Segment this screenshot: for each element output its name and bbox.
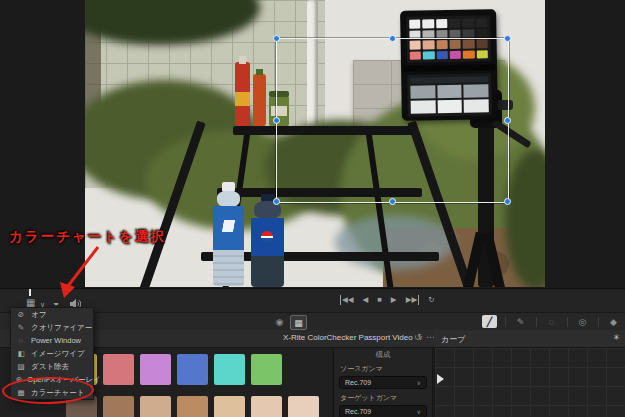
pocari-bottle	[213, 182, 244, 286]
color-match-swatch	[251, 354, 282, 385]
color-match-swatch	[103, 396, 134, 417]
play-reverse-button[interactable]: ◀	[363, 295, 369, 305]
toolbar-separator	[536, 317, 537, 327]
menu-item-off[interactable]: ⊘オフ	[11, 308, 93, 321]
menu-item-label: ダスト除去	[31, 362, 69, 372]
play-button[interactable]: ▶	[391, 295, 397, 305]
target-gamma-dropdown[interactable]: Rec.709∨	[339, 405, 427, 417]
menu-item-power-window[interactable]: ◌Power Window	[11, 334, 93, 347]
selection-handle[interactable]	[389, 35, 396, 42]
chart-patch	[449, 29, 460, 38]
color-match-icon[interactable]: ▦	[290, 315, 307, 330]
chart-type-label: X-Rite ColorChecker Passport Video	[283, 333, 413, 342]
color-match-swatch	[103, 354, 134, 385]
menu-item-label: イメージワイプ	[31, 349, 85, 359]
chart-patch	[436, 30, 447, 39]
menu-item-dust-removal[interactable]: ▨ダスト除去	[11, 360, 93, 373]
selection-box[interactable]	[276, 38, 509, 203]
color-match-swatch	[214, 354, 245, 385]
go-last-button[interactable]: ▶▶	[406, 295, 420, 305]
chart-patch	[436, 19, 447, 28]
chart-patch	[476, 18, 487, 27]
menu-item-label: オフ	[31, 310, 46, 320]
curves-icon[interactable]: ╱	[482, 315, 497, 328]
sauce-bottle-orange	[253, 74, 266, 126]
chart-patch	[476, 29, 487, 38]
dropdown-value: Rec.709	[345, 408, 371, 415]
blue-grass	[335, 215, 455, 270]
qualifier-icon[interactable]: ✎	[513, 315, 528, 328]
source-gamma-dropdown[interactable]: Rec.709∨	[339, 376, 427, 389]
menu-item-label: Power Window	[31, 336, 81, 345]
menu-item-label: クオリファイアー	[31, 323, 92, 333]
off-icon: ⊘	[16, 310, 26, 319]
sauce-bottle-red	[235, 62, 250, 126]
color-wheels-icon[interactable]: ◉	[272, 315, 287, 328]
tracker-icon[interactable]: ◎	[575, 315, 590, 328]
power-window-icon: ◌	[16, 336, 26, 345]
toolbar-separator	[505, 317, 506, 327]
blur-icon[interactable]: ◆	[606, 315, 621, 328]
chart-patch	[463, 19, 474, 28]
stop-button[interactable]: ■	[377, 295, 382, 305]
power-window-icon[interactable]: ◌	[544, 315, 559, 328]
color-match-swatch	[288, 396, 319, 417]
menu-item-qualifier[interactable]: ✎クオリファイアー	[11, 321, 93, 334]
pepsi-bottle	[251, 194, 284, 287]
selection-handle[interactable]	[504, 198, 511, 205]
selection-handle[interactable]	[273, 198, 280, 205]
selection-handle[interactable]	[273, 117, 280, 124]
toolbar-separator	[567, 317, 568, 327]
dropdown-value: Rec.709	[345, 379, 371, 386]
toolbar-separator	[598, 317, 599, 327]
curves-title: カーブ	[441, 334, 465, 345]
curve-endpoint-marker[interactable]	[437, 374, 444, 384]
curves-options-icon[interactable]: ✳	[613, 333, 620, 342]
reset-icon[interactable]: ↺	[414, 332, 422, 342]
config-panel: 構成 ソースガンマRec.709∨ターゲットガンマRec.709∨ ターゲットカ…	[333, 348, 433, 417]
selection-handle[interactable]	[273, 35, 280, 42]
swatch-row	[66, 396, 319, 417]
menu-item-image-wipe[interactable]: ◧イメージワイプ	[11, 347, 93, 360]
color-match-swatch	[177, 354, 208, 385]
color-match-swatch	[140, 354, 171, 385]
loop-button[interactable]: ↻	[428, 295, 434, 305]
selection-handle[interactable]	[504, 117, 511, 124]
image-wipe-icon: ◧	[16, 349, 26, 358]
chart-type-select[interactable]: X-Rite ColorChecker Passport Video ∨	[283, 333, 423, 342]
chart-patch	[423, 19, 434, 28]
selection-handle[interactable]	[389, 198, 396, 205]
scrub-position-tick[interactable]	[29, 289, 31, 296]
color-match-swatch	[177, 396, 208, 417]
chart-patch	[463, 29, 474, 38]
annotation-arrow	[50, 242, 112, 304]
chevron-down-icon: ∨	[417, 379, 421, 386]
chart-patch	[409, 19, 420, 28]
curves-panel: カーブ ✳	[434, 330, 625, 417]
dust-removal-icon: ▨	[16, 362, 26, 371]
source-gamma-label: ソースガンマ	[340, 364, 432, 374]
color-match-swatch	[140, 396, 171, 417]
color-match-swatch	[251, 396, 282, 417]
go-first-button[interactable]: ◀◀	[340, 295, 354, 305]
selection-handle[interactable]	[504, 35, 511, 42]
transport-controls: ◀◀◀■▶▶▶↻	[340, 295, 434, 305]
chevron-down-icon: ∨	[417, 408, 421, 415]
color-match-swatch	[214, 396, 245, 417]
curves-header: カーブ ✳	[434, 330, 625, 348]
chart-patch	[449, 19, 460, 28]
curve-editor-grid[interactable]	[434, 348, 625, 417]
target-gamma-label: ターゲットガンマ	[340, 393, 432, 403]
qualifier-icon: ✎	[16, 323, 26, 332]
config-panel-title: 構成	[334, 350, 432, 360]
